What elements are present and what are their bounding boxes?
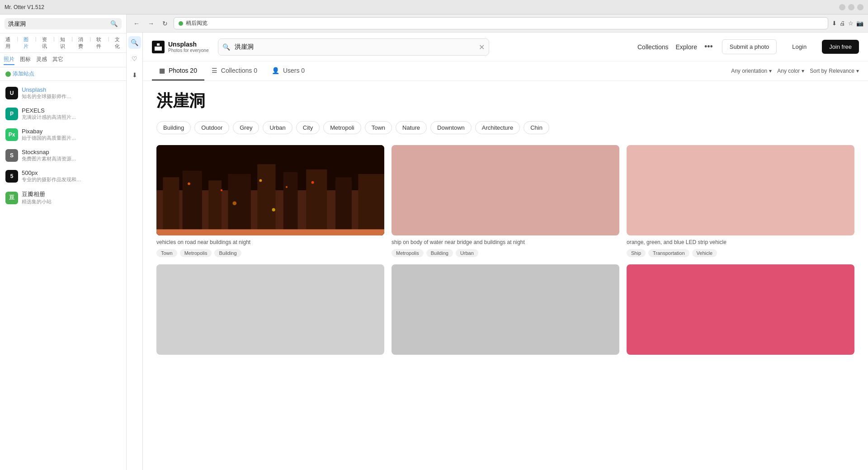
svg-point-19	[272, 208, 275, 212]
address-bar[interactable]: 稍后阅览	[174, 17, 828, 29]
nav-tab-software[interactable]: 软件	[94, 35, 104, 51]
sort-select[interactable]: Sort by Relevance ▾	[810, 68, 859, 74]
add-dot-icon	[5, 71, 11, 77]
tag-chip-urban[interactable]: Urban	[263, 121, 292, 134]
maximize-button[interactable]	[848, 4, 854, 10]
tag-building[interactable]: Building	[214, 249, 241, 257]
add-site-button[interactable]: 添加站点	[0, 67, 126, 81]
svg-point-17	[311, 181, 314, 184]
tag-building-2[interactable]: Building	[426, 249, 453, 257]
orientation-select[interactable]: Any orientation ▾	[731, 68, 772, 74]
nav-tab-knowledge[interactable]: 知识	[58, 35, 68, 51]
search-input[interactable]: 洪崖洞	[8, 20, 110, 27]
sub-tab-photos[interactable]: 照片	[4, 55, 14, 65]
tag-chip-metropoli[interactable]: Metropoli	[323, 121, 361, 134]
photo-caption-1: vehicles on road near buildings at night	[156, 239, 384, 245]
photo-thumb-6[interactable]	[627, 264, 854, 355]
nav-tab-news[interactable]: 资讯	[40, 35, 50, 51]
tag-metropolis[interactable]: Metropolis	[180, 249, 212, 257]
site-item-douban[interactable]: 豆 豆瓣相册 精选集的小站	[0, 187, 126, 209]
tag-chip-downtown[interactable]: Downtown	[430, 121, 472, 134]
close-button[interactable]	[857, 4, 863, 10]
app-container: 洪崖洞 🔍 通用 | 图片 | 资讯 | 知识 | 消费 | 软件 | 文化 照…	[0, 14, 868, 470]
iconbar-heart[interactable]: ♡	[128, 52, 141, 65]
iconbar-search[interactable]: 🔍	[128, 36, 141, 49]
site-item-unsplash[interactable]: U Unsplash 知名的全球摄影师作…	[0, 83, 126, 103]
search-icon-button[interactable]: 🔍	[110, 20, 118, 27]
back-button[interactable]: ←	[131, 19, 142, 28]
color-label: Any color	[777, 68, 800, 74]
tab-photos[interactable]: ▦ Photos 20	[152, 61, 204, 80]
tab-collections[interactable]: ☰ Collections 0	[204, 61, 264, 80]
sub-tab-icons[interactable]: 图标	[20, 55, 31, 65]
photo-thumb-2[interactable]	[392, 145, 619, 235]
tag-chip-architecture[interactable]: Architecture	[475, 121, 520, 134]
nav-tab-culture[interactable]: 文化	[113, 35, 123, 51]
photo-thumb-1[interactable]	[156, 145, 384, 235]
tag-chip-nature[interactable]: Nature	[396, 121, 427, 134]
svg-rect-6	[208, 180, 222, 235]
nav-explore[interactable]: Explore	[675, 43, 697, 51]
orientation-chevron: ▾	[769, 68, 772, 74]
sort-label-prefix: Sort by	[810, 68, 827, 74]
nav-tab-photos[interactable]: 图片	[22, 35, 31, 51]
site-item-pexels[interactable]: P PEXELS 充满设计感的高清照片…	[0, 103, 126, 124]
tag-vehicle[interactable]: Vehicle	[692, 249, 717, 257]
tag-chip-chin[interactable]: Chin	[524, 121, 549, 134]
tag-chip-building[interactable]: Building	[156, 121, 191, 134]
nav-collections[interactable]: Collections	[637, 43, 668, 51]
download-icon[interactable]: ⬇	[832, 20, 837, 27]
camera-icon[interactable]: 📷	[856, 20, 863, 27]
tab-photos-label: Photos 20	[169, 67, 197, 74]
unsplash-header: Unsplash Photos for everyone 🔍 洪崖洞 ✕ Col…	[143, 33, 868, 61]
unsplash-page: Unsplash Photos for everyone 🔍 洪崖洞 ✕ Col…	[143, 33, 868, 470]
join-free-button[interactable]: Join free	[822, 40, 859, 54]
tag-chip-grey[interactable]: Grey	[233, 121, 259, 134]
tag-town[interactable]: Town	[156, 249, 177, 257]
window-chrome: Mr. Otter V1.512	[0, 0, 868, 14]
bookmark-icon[interactable]: ☆	[848, 20, 854, 27]
print-icon[interactable]: 🖨	[840, 20, 845, 27]
submit-photo-button[interactable]: Submit a photo	[722, 39, 777, 54]
site-list: U Unsplash 知名的全球摄影师作… P PEXELS 充满设计感的高清照…	[0, 81, 126, 470]
tag-chips: BuildingOutdoorGreyUrbanCityMetropoliTow…	[156, 121, 854, 134]
window-controls[interactable]	[839, 4, 863, 10]
site-item-stocksnap[interactable]: S Stocksnap 免费图片素材高清资源…	[0, 145, 126, 166]
tag-ship[interactable]: Ship	[627, 249, 646, 257]
filter-tabs: ▦ Photos 20 ☰ Collections 0 👤 Users 0 An…	[143, 61, 868, 81]
sub-tab-other[interactable]: 其它	[52, 55, 63, 65]
us-clear-button[interactable]: ✕	[479, 42, 485, 51]
tag-chip-outdoor[interactable]: Outdoor	[194, 121, 229, 134]
add-site-label: 添加站点	[13, 70, 34, 78]
forward-button[interactable]: →	[146, 19, 156, 28]
minimize-button[interactable]	[839, 4, 845, 10]
photo-thumb-3[interactable]	[627, 145, 854, 235]
tab-users[interactable]: 👤 Users 0	[264, 61, 312, 80]
collections-tab-icon: ☰	[212, 67, 217, 74]
tag-chip-city[interactable]: City	[296, 121, 320, 134]
photo-card-2: ship on body of water near bridge and bu…	[392, 145, 619, 257]
svg-rect-7	[228, 174, 250, 235]
tag-chip-town[interactable]: Town	[365, 121, 392, 134]
tag-transportation[interactable]: Transportation	[648, 249, 689, 257]
color-select[interactable]: Any color ▾	[777, 68, 804, 74]
site-item-pixabay[interactable]: Px Pixabay 始于德国的高质量图片…	[0, 124, 126, 145]
search-results: 洪崖洞 BuildingOutdoorGreyUrbanCityMetropol…	[143, 81, 868, 470]
nav-tab-general[interactable]: 通用	[4, 35, 13, 51]
nav-more-icon[interactable]: •••	[704, 42, 713, 52]
login-button[interactable]: Login	[786, 40, 813, 54]
photo-thumb-5[interactable]	[392, 264, 619, 355]
tag-metropolis-2[interactable]: Metropolis	[392, 249, 424, 257]
photo-caption-2: ship on body of water near bridge and bu…	[392, 239, 619, 245]
unsplash-search-input[interactable]: 洪崖洞	[218, 38, 489, 56]
site-info-pixabay: Pixabay 始于德国的高质量图片…	[22, 128, 121, 141]
photo-thumb-4[interactable]	[156, 264, 384, 355]
site-item-500px[interactable]: 5 500px 专业的的摄影作品发现和…	[0, 166, 126, 187]
iconbar-download[interactable]: ⬇	[128, 69, 141, 81]
sub-tab-inspiration[interactable]: 灵感	[36, 55, 47, 65]
tag-urban-2[interactable]: Urban	[456, 249, 478, 257]
nav-tab-consume[interactable]: 消费	[76, 35, 86, 51]
svg-rect-4	[163, 177, 179, 235]
refresh-button[interactable]: ↻	[160, 19, 170, 28]
site-name-pixabay: Pixabay	[22, 128, 121, 135]
